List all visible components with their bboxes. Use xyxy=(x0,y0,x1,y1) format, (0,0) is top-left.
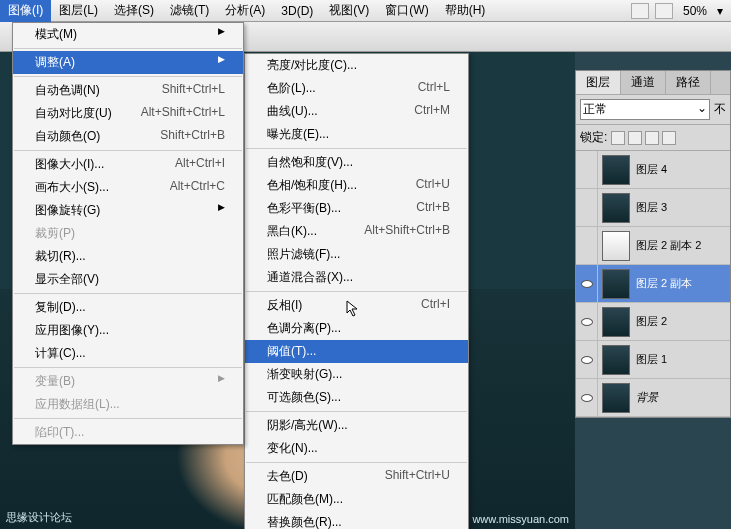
image-menu-item-15[interactable]: 复制(D)... xyxy=(13,296,243,319)
image-menu-item-16[interactable]: 应用图像(Y)... xyxy=(13,319,243,342)
layer-name[interactable]: 图层 2 副本 2 xyxy=(634,238,730,253)
menu-select[interactable]: 选择(S) xyxy=(106,0,162,22)
visibility-toggle[interactable] xyxy=(576,151,598,188)
lock-all-icon[interactable] xyxy=(662,131,676,145)
lock-position-icon[interactable] xyxy=(645,131,659,145)
toolbar-icon-2[interactable] xyxy=(655,3,673,19)
layer-row-1[interactable]: 图层 3 xyxy=(576,189,730,227)
adjust-menu-item-7[interactable]: 色彩平衡(B)...Ctrl+B xyxy=(245,197,468,220)
layer-thumbnail[interactable] xyxy=(602,383,630,413)
adjust-menu-item-9[interactable]: 照片滤镜(F)... xyxy=(245,243,468,266)
adjust-menu-item-3[interactable]: 曝光度(E)... xyxy=(245,123,468,146)
opacity-label: 不 xyxy=(714,101,726,118)
tab-channels[interactable]: 通道 xyxy=(621,71,666,94)
chevron-down-icon[interactable]: ▾ xyxy=(717,4,723,18)
image-menu-item-11: 裁剪(P) xyxy=(13,222,243,245)
adjust-menu-item-8[interactable]: 黑白(K)...Alt+Shift+Ctrl+B xyxy=(245,220,468,243)
image-menu-item-9[interactable]: 画布大小(S)...Alt+Ctrl+C xyxy=(13,176,243,199)
layer-thumbnail[interactable] xyxy=(602,231,630,261)
visibility-toggle[interactable] xyxy=(576,303,598,340)
image-menu-item-22: 陷印(T)... xyxy=(13,421,243,444)
lock-pixels-icon[interactable] xyxy=(628,131,642,145)
image-menu-item-12[interactable]: 裁切(R)... xyxy=(13,245,243,268)
image-menu-item-2[interactable]: 调整(A)▶ xyxy=(13,51,243,74)
watermark-right: www.missyuan.com xyxy=(472,513,569,525)
image-menu-item-13[interactable]: 显示全部(V) xyxy=(13,268,243,291)
adjust-menu-item-16[interactable]: 可选颜色(S)... xyxy=(245,386,468,409)
zoom-level[interactable]: 50% xyxy=(679,4,711,18)
menu-analysis[interactable]: 分析(A) xyxy=(217,0,273,22)
menu-window[interactable]: 窗口(W) xyxy=(377,0,436,22)
layer-row-3[interactable]: 图层 2 副本 xyxy=(576,265,730,303)
image-menu-item-17[interactable]: 计算(C)... xyxy=(13,342,243,365)
adjust-menu-item-0[interactable]: 亮度/对比度(C)... xyxy=(245,54,468,77)
image-menu-item-19: 变量(B)▶ xyxy=(13,370,243,393)
blend-mode-value: 正常 xyxy=(583,101,607,118)
adjust-menu-item-15[interactable]: 渐变映射(G)... xyxy=(245,363,468,386)
layer-thumbnail[interactable] xyxy=(602,307,630,337)
visibility-toggle[interactable] xyxy=(576,341,598,378)
image-menu-dropdown: 模式(M)▶调整(A)▶自动色调(N)Shift+Ctrl+L自动对比度(U)A… xyxy=(12,22,244,445)
adjust-menu-item-19[interactable]: 变化(N)... xyxy=(245,437,468,460)
tab-paths[interactable]: 路径 xyxy=(666,71,711,94)
adjustments-submenu: 亮度/对比度(C)...色阶(L)...Ctrl+L曲线(U)...Ctrl+M… xyxy=(244,53,469,529)
image-menu-item-5[interactable]: 自动对比度(U)Alt+Shift+Ctrl+L xyxy=(13,102,243,125)
image-menu-item-6[interactable]: 自动颜色(O)Shift+Ctrl+B xyxy=(13,125,243,148)
menu-view[interactable]: 视图(V) xyxy=(321,0,377,22)
adjust-menu-item-18[interactable]: 阴影/高光(W)... xyxy=(245,414,468,437)
adjust-menu-item-10[interactable]: 通道混合器(X)... xyxy=(245,266,468,289)
visibility-toggle[interactable] xyxy=(576,379,598,416)
layer-row-2[interactable]: 图层 2 副本 2 xyxy=(576,227,730,265)
layer-row-4[interactable]: 图层 2 xyxy=(576,303,730,341)
adjust-menu-item-22[interactable]: 匹配颜色(M)... xyxy=(245,488,468,511)
menu-3d[interactable]: 3D(D) xyxy=(273,1,321,21)
layers-panel: 图层 通道 路径 正常 ⌄ 不 锁定: 图层 4图层 3图层 2 副本 2图层 … xyxy=(575,70,731,418)
visibility-toggle[interactable] xyxy=(576,189,598,226)
image-menu-item-4[interactable]: 自动色调(N)Shift+Ctrl+L xyxy=(13,79,243,102)
layer-thumbnail[interactable] xyxy=(602,269,630,299)
menu-help[interactable]: 帮助(H) xyxy=(437,0,494,22)
menu-layer[interactable]: 图层(L) xyxy=(51,0,106,22)
menu-image[interactable]: 图像(I) xyxy=(0,0,51,22)
adjust-menu-item-21[interactable]: 去色(D)Shift+Ctrl+U xyxy=(245,465,468,488)
image-menu-item-10[interactable]: 图像旋转(G)▶ xyxy=(13,199,243,222)
layer-thumbnail[interactable] xyxy=(602,155,630,185)
layer-name[interactable]: 图层 2 副本 xyxy=(634,276,730,291)
image-menu-item-8[interactable]: 图像大小(I)...Alt+Ctrl+I xyxy=(13,153,243,176)
lock-label: 锁定: xyxy=(580,129,607,146)
eye-icon xyxy=(581,318,593,326)
adjust-menu-item-23[interactable]: 替换颜色(R)... xyxy=(245,511,468,529)
menu-filter[interactable]: 滤镜(T) xyxy=(162,0,217,22)
image-menu-item-0[interactable]: 模式(M)▶ xyxy=(13,23,243,46)
toolbar-icon-1[interactable] xyxy=(631,3,649,19)
watermark-left: 思缘设计论坛 xyxy=(6,510,72,525)
layer-name[interactable]: 图层 2 xyxy=(634,314,730,329)
adjust-menu-item-6[interactable]: 色相/饱和度(H)...Ctrl+U xyxy=(245,174,468,197)
adjust-menu-item-5[interactable]: 自然饱和度(V)... xyxy=(245,151,468,174)
adjust-menu-item-1[interactable]: 色阶(L)...Ctrl+L xyxy=(245,77,468,100)
layer-row-0[interactable]: 图层 4 xyxy=(576,151,730,189)
tab-layers[interactable]: 图层 xyxy=(576,71,621,94)
layer-row-5[interactable]: 图层 1 xyxy=(576,341,730,379)
layer-thumbnail[interactable] xyxy=(602,193,630,223)
layers-list: 图层 4图层 3图层 2 副本 2图层 2 副本图层 2图层 1背景 xyxy=(576,151,730,417)
layer-name[interactable]: 图层 4 xyxy=(634,162,730,177)
eye-icon xyxy=(581,356,593,364)
layer-row-6[interactable]: 背景 xyxy=(576,379,730,417)
adjust-menu-item-2[interactable]: 曲线(U)...Ctrl+M xyxy=(245,100,468,123)
chevron-down-icon: ⌄ xyxy=(697,101,707,118)
image-menu-item-20: 应用数据组(L)... xyxy=(13,393,243,416)
lock-transparent-icon[interactable] xyxy=(611,131,625,145)
adjust-menu-item-13[interactable]: 色调分离(P)... xyxy=(245,317,468,340)
blend-mode-select[interactable]: 正常 ⌄ xyxy=(580,99,710,120)
visibility-toggle[interactable] xyxy=(576,265,598,302)
layer-name[interactable]: 背景 xyxy=(634,390,730,405)
visibility-toggle[interactable] xyxy=(576,227,598,264)
layer-name[interactable]: 图层 1 xyxy=(634,352,730,367)
adjust-menu-item-14[interactable]: 阈值(T)... xyxy=(245,340,468,363)
mouse-cursor xyxy=(346,300,360,318)
eye-icon xyxy=(581,394,593,402)
layer-name[interactable]: 图层 3 xyxy=(634,200,730,215)
menubar: 图像(I) 图层(L) 选择(S) 滤镜(T) 分析(A) 3D(D) 视图(V… xyxy=(0,0,731,22)
layer-thumbnail[interactable] xyxy=(602,345,630,375)
